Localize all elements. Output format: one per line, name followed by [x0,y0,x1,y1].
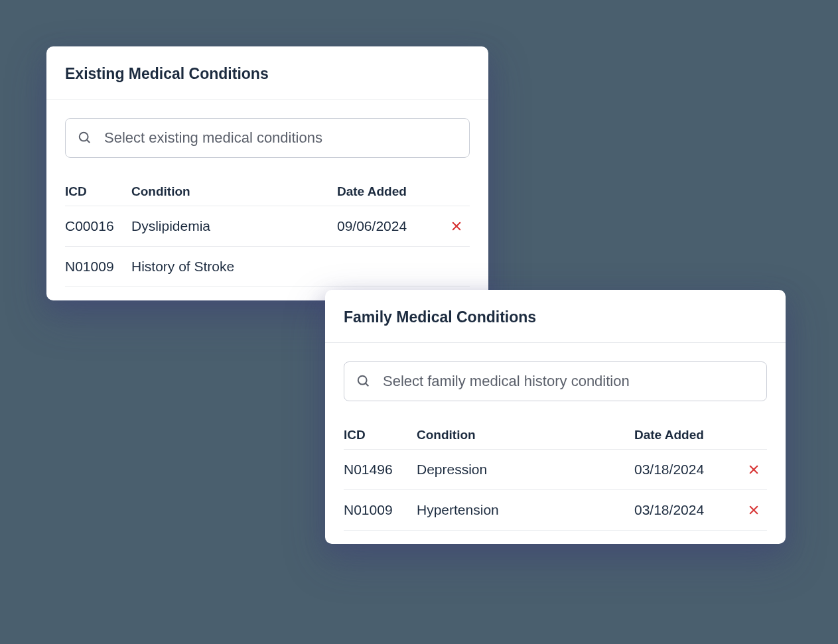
card-body: Select existing medical conditions ICD C… [46,99,488,300]
column-header-date: Date Added [634,428,740,442]
cell-icd: N01496 [344,462,417,478]
card-title: Family Medical Conditions [344,308,767,326]
card-body: Select family medical history condition … [325,343,786,544]
cell-icd: N01009 [344,502,417,518]
search-existing-conditions[interactable]: Select existing medical conditions [65,118,470,158]
family-conditions-table: ICD Condition Date Added N01496 Depressi… [344,421,767,531]
cell-condition: Dyslipidemia [131,218,337,234]
cell-action [443,218,470,234]
cell-action [740,502,767,518]
table-row: N01009 History of Stroke [65,247,470,287]
cell-condition: History of Stroke [131,259,337,275]
delete-button[interactable] [746,502,762,518]
search-placeholder: Select existing medical conditions [104,129,322,147]
existing-conditions-card: Existing Medical Conditions Select exist… [46,46,488,300]
svg-line-1 [87,140,90,143]
search-family-conditions[interactable]: Select family medical history condition [344,361,767,401]
delete-button[interactable] [746,462,762,478]
cell-condition: Depression [417,462,634,478]
cell-date: 03/18/2024 [634,462,740,478]
card-header: Family Medical Conditions [325,290,786,343]
svg-line-5 [366,383,369,387]
table-row: N01009 Hypertension 03/18/2024 [344,490,767,531]
column-header-condition: Condition [131,184,337,199]
cell-icd: C00016 [65,218,131,234]
column-header-action [443,184,470,199]
table-header: ICD Condition Date Added [65,178,470,206]
cell-action [740,462,767,478]
family-conditions-card: Family Medical Conditions Select family … [325,290,786,544]
delete-button[interactable] [449,218,464,234]
column-header-action [740,428,767,442]
table-row: N01496 Depression 03/18/2024 [344,450,767,490]
table-row: C00016 Dyslipidemia 09/06/2024 [65,206,470,247]
card-title: Existing Medical Conditions [65,65,470,83]
cell-date: 03/18/2024 [634,502,740,518]
table-header: ICD Condition Date Added [344,421,767,450]
svg-point-4 [358,376,367,385]
column-header-condition: Condition [417,428,634,442]
column-header-icd: ICD [344,428,417,442]
search-icon [78,131,92,145]
cell-date: 09/06/2024 [337,218,443,234]
column-header-date: Date Added [337,184,443,199]
existing-conditions-table: ICD Condition Date Added C00016 Dyslipid… [65,178,470,287]
svg-point-0 [80,133,88,141]
cell-condition: Hypertension [417,502,634,518]
column-header-icd: ICD [65,184,131,199]
card-header: Existing Medical Conditions [46,46,488,99]
search-placeholder: Select family medical history condition [383,373,630,390]
cell-icd: N01009 [65,259,131,275]
search-icon [356,374,371,389]
